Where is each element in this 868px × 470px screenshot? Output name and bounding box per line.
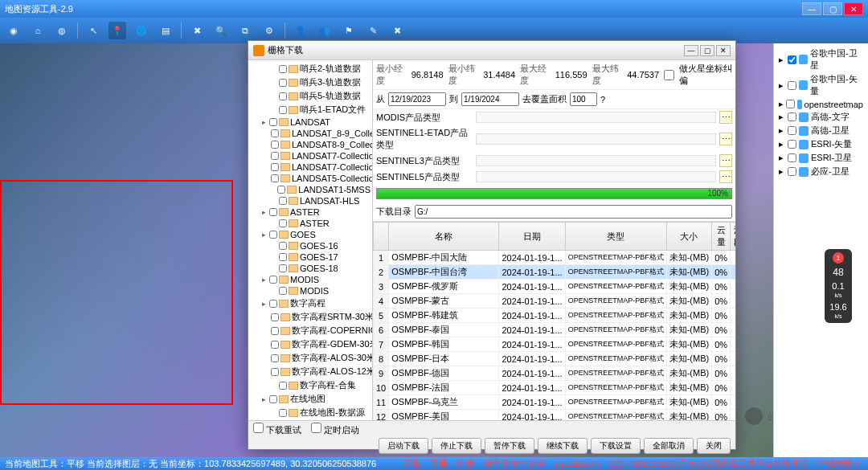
dir-input[interactable]: [415, 205, 732, 219]
tree-node[interactable]: 数字高程-合集: [250, 378, 371, 392]
tree-node[interactable]: LANDSAT7-Collection2_L...: [250, 161, 371, 173]
tree-node[interactable]: ▸ASTER: [250, 206, 371, 218]
zoom-icon[interactable]: 🔍: [212, 22, 230, 39]
dialog-close-button[interactable]: ✕: [716, 45, 731, 56]
table-row[interactable]: 5OSMPBF-韩建筑2024-01-19-1...OPENSTREETMAP-…: [374, 309, 736, 323]
table-row[interactable]: 6OSMPBF-泰国2024-01-19-1...OPENSTREETMAP-P…: [374, 323, 736, 337]
house-icon[interactable]: ⌂: [29, 22, 47, 39]
pin-icon[interactable]: 📍: [108, 22, 126, 39]
table-row[interactable]: 12OSMPBF-美国2024-01-19-1...OPENSTREETMAP-…: [374, 410, 736, 421]
filter-input[interactable]: [476, 133, 716, 145]
tree-node[interactable]: 哨兵3-轨道数据: [250, 76, 371, 89]
cover-input[interactable]: [570, 92, 597, 106]
table-row[interactable]: 1OSMPBF-中国大陆2024-01-19-1...OPENSTREETMAP…: [374, 251, 736, 265]
col-header[interactable]: [374, 223, 389, 251]
tree-node[interactable]: LANDSAT1-5MSS: [250, 184, 371, 195]
tree-node[interactable]: LANDSAT_8-9_Collection...: [250, 128, 371, 139]
maximize-button[interactable]: ▢: [823, 2, 842, 15]
user2-icon[interactable]: 👥: [316, 22, 334, 39]
footer-button[interactable]: 关闭: [697, 438, 731, 454]
dialog-titlebar[interactable]: 栅格下载 — ▢ ✕: [248, 41, 735, 60]
col-header[interactable]: 类型: [565, 223, 666, 251]
resource-tree[interactable]: 哨兵2-轨道数据哨兵3-轨道数据哨兵5-轨道数据哨兵1-ETAD文件▸LANDS…: [248, 60, 373, 420]
tree-node[interactable]: 数字高程-COPERNICUS-3...: [250, 324, 371, 337]
layer-checkbox[interactable]: [788, 126, 796, 135]
tree-node[interactable]: ▸在线地图: [250, 392, 371, 406]
layer-checkbox[interactable]: [788, 167, 796, 176]
tree-node[interactable]: LANDSAT8-9_Collection...: [250, 139, 371, 150]
flag-icon[interactable]: ⚑: [340, 22, 358, 39]
date-to-input[interactable]: [461, 92, 519, 106]
footer-button[interactable]: 下载设置: [591, 438, 641, 454]
footer-button[interactable]: 暂停下载: [485, 438, 534, 454]
timer-checkbox[interactable]: 定时启动: [311, 423, 359, 436]
copy-icon[interactable]: ⧉: [236, 22, 254, 39]
fire-checkbox[interactable]: [664, 70, 674, 80]
db2-icon[interactable]: ◍: [53, 22, 71, 39]
table-row[interactable]: 4OSMPBF-蒙古2024-01-19-1...OPENSTREETMAP-P…: [374, 294, 736, 309]
tree-node[interactable]: MODIS: [250, 285, 371, 296]
filter-input[interactable]: [476, 171, 716, 182]
table-row[interactable]: 7OSMPBF-韩国2024-01-19-1...OPENSTREETMAP-P…: [374, 337, 736, 352]
retry-checkbox[interactable]: 下载重试: [253, 423, 301, 436]
close-button[interactable]: ✕: [844, 2, 863, 15]
col-header[interactable]: 名称: [389, 223, 499, 251]
download-grid[interactable]: 名称日期类型大小云量波段下载进度下1OSMPBF-中国大陆2024-01-19-…: [373, 222, 735, 420]
date-from-input[interactable]: [388, 92, 446, 106]
tree-node[interactable]: LANDSAT7-Collection2_L...: [250, 150, 371, 161]
tree-node[interactable]: ASTER: [250, 218, 371, 229]
layer-checkbox[interactable]: [788, 55, 796, 64]
layer-item[interactable]: ▸高德-卫星: [777, 124, 865, 137]
tree-node[interactable]: GOES-17: [250, 251, 371, 263]
x-icon[interactable]: ✖: [188, 22, 206, 39]
layer-item[interactable]: ▸ESRI-矢量: [777, 137, 865, 151]
pencil-icon[interactable]: ✎: [364, 22, 382, 39]
filter-input[interactable]: [476, 112, 716, 123]
layer-item[interactable]: ▸必应-卫星: [777, 165, 865, 178]
layer-item[interactable]: ▸谷歌中国-矢量: [777, 72, 865, 98]
filter-button[interactable]: ⋯: [719, 133, 732, 145]
table-row[interactable]: 2OSMPBF-中国台湾2024-01-19-1...OPENSTREETMAP…: [374, 265, 736, 280]
footer-button[interactable]: 启动下载: [379, 438, 428, 454]
tree-node[interactable]: 数字高程SRTM-30米: [250, 310, 371, 324]
x2-icon[interactable]: ✖: [388, 22, 406, 39]
layer-checkbox[interactable]: [788, 112, 796, 121]
col-header[interactable]: 云量: [712, 223, 731, 251]
doc-icon[interactable]: ▤: [157, 22, 174, 39]
table-row[interactable]: 8OSMPBF-日本2024-01-19-1...OPENSTREETMAP-P…: [374, 352, 736, 366]
layer-item[interactable]: ▸高德-文字: [777, 110, 865, 124]
filter-button[interactable]: ⋯: [719, 154, 732, 167]
tree-node[interactable]: LANDSAT-HLS: [250, 195, 371, 206]
layer-item[interactable]: ▸ESRI-卫星: [777, 151, 865, 165]
tree-node[interactable]: GOES-16: [250, 240, 371, 251]
filter-input[interactable]: [476, 155, 716, 166]
tree-node[interactable]: 哨兵1-ETAD文件: [250, 103, 371, 116]
tree-node[interactable]: GOES-18: [250, 263, 371, 274]
tree-node[interactable]: 数字高程-ALOS-30米: [250, 351, 371, 365]
filter-button[interactable]: ⋯: [719, 111, 732, 124]
dialog-max-button[interactable]: ▢: [700, 45, 714, 56]
tree-node[interactable]: 数字高程-ALOS-12米: [250, 365, 371, 378]
dialog-min-button[interactable]: —: [684, 45, 698, 56]
layer-checkbox[interactable]: [788, 81, 796, 90]
layer-checkbox[interactable]: [788, 140, 796, 149]
footer-button[interactable]: 停止下载: [432, 438, 481, 454]
tree-node[interactable]: 哨兵2-轨道数据: [250, 62, 371, 76]
tree-node[interactable]: 哨兵5-轨道数据: [250, 89, 371, 103]
col-header[interactable]: 大小: [666, 223, 712, 251]
table-row[interactable]: 9OSMPBF-德国2024-01-19-1...OPENSTREETMAP-P…: [374, 366, 736, 381]
selection-box[interactable]: [0, 180, 233, 405]
layer-checkbox[interactable]: [786, 100, 795, 108]
layer-item[interactable]: ▸谷歌中国-卫星: [777, 47, 865, 72]
tree-node[interactable]: LANDSAT5-Collection2_L...: [250, 173, 371, 184]
tree-node[interactable]: ▸MODIS: [250, 274, 371, 285]
footer-button[interactable]: 全部取消: [644, 438, 694, 454]
cursor-icon[interactable]: ↖: [84, 22, 102, 39]
globe-icon[interactable]: 🌐: [133, 22, 150, 39]
gear-icon[interactable]: ⚙: [260, 22, 278, 39]
table-row[interactable]: 3OSMPBF-俄罗斯2024-01-19-1...OPENSTREETMAP-…: [374, 280, 736, 294]
table-row[interactable]: 10OSMPBF-法国2024-01-19-1...OPENSTREETMAP-…: [374, 381, 736, 395]
col-header[interactable]: 日期: [499, 223, 565, 251]
cover-help-icon[interactable]: ?: [600, 95, 605, 104]
minimize-button[interactable]: —: [802, 2, 821, 15]
